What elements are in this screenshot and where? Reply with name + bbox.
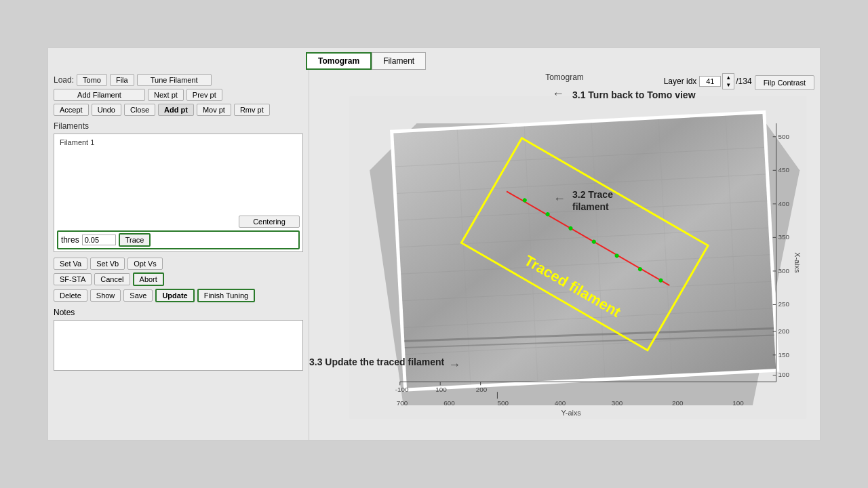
yaxis-label: Y-aixs <box>561 409 582 417</box>
layer-max: /134 <box>736 77 751 86</box>
layer-spinbox: ▲ ▼ <box>722 73 734 89</box>
set-va-button[interactable]: Set Va <box>54 258 87 270</box>
notes-label: Notes <box>54 308 303 317</box>
close-button[interactable]: Close <box>124 104 155 116</box>
show-button[interactable]: Show <box>90 289 121 302</box>
svg-text:100: 100 <box>732 399 744 407</box>
tab-filament[interactable]: Filament <box>372 52 426 70</box>
svg-text:500: 500 <box>497 399 509 407</box>
edit-row: Accept Undo Close Add pt Mov pt Rmv pt <box>54 104 303 116</box>
layer-label: Layer idx <box>664 77 697 86</box>
svg-text:350: 350 <box>778 233 790 241</box>
centering-button[interactable]: Centering <box>239 216 300 228</box>
svg-text:300: 300 <box>612 399 623 407</box>
svg-text:600: 600 <box>443 399 455 407</box>
centering-row: Centering <box>57 216 300 228</box>
rmv-pt-button[interactable]: Rmv pt <box>234 104 270 116</box>
annotation-update: 3.3 Update the traced filament → <box>309 357 444 367</box>
delete-button[interactable]: Delete <box>54 289 87 302</box>
svg-text:200: 200 <box>476 386 488 393</box>
thres-input[interactable] <box>82 235 116 245</box>
cancel-button[interactable]: Cancel <box>94 273 130 285</box>
add-filament-button[interactable]: Add Filament <box>54 89 145 101</box>
svg-text:200: 200 <box>778 327 790 335</box>
tomogram-area: Traced filament 500 450 400 <box>309 89 820 440</box>
load-label: Load: <box>54 75 74 85</box>
main-window: Tomogram Filament Load: Tomo Fila Tune F… <box>47 47 821 441</box>
accept-button[interactable]: Accept <box>54 104 89 116</box>
viz-svg: Traced filament 500 450 400 <box>309 88 820 440</box>
svg-text:300: 300 <box>778 267 790 274</box>
mov-pt-button[interactable]: Mov pt <box>197 104 231 116</box>
svg-text:100: 100 <box>778 371 790 378</box>
add-pt-button[interactable]: Add pt <box>158 104 194 116</box>
svg-rect-3 <box>393 114 776 388</box>
bottom-row: Delete Show Save Update Finish Tuning <box>54 289 303 302</box>
add-next-row: Add Filament Next pt Prev pt <box>54 89 303 101</box>
opt-vs-button[interactable]: Opt Vs <box>127 258 163 270</box>
vset-row: Set Va Set Vb Opt Vs <box>54 258 303 270</box>
abort-button[interactable]: Abort <box>133 272 164 286</box>
fila-button[interactable]: Fila <box>110 74 134 86</box>
filaments-box: Filament 1 Centering thres Trace <box>54 134 303 252</box>
svg-text:-100: -100 <box>395 386 409 393</box>
load-row: Load: Tomo Fila Tune Filament <box>54 74 303 86</box>
right-panel: Tomogram Layer idx ▲ ▼ /134 Filp Contras… <box>309 70 820 440</box>
sfsta-row: SF-STA Cancel Abort <box>54 272 303 286</box>
content-area: Load: Tomo Fila Tune Filament Add Filame… <box>48 70 820 440</box>
svg-text:400: 400 <box>778 200 790 207</box>
update-button[interactable]: Update <box>155 289 194 302</box>
layer-input[interactable] <box>699 76 721 87</box>
set-vb-button[interactable]: Set Vb <box>90 258 125 270</box>
annotation-trace: 3.2 Tracefilament ← <box>572 188 613 213</box>
layer-up-button[interactable]: ▲ <box>723 74 734 81</box>
tab-tomogram[interactable]: Tomogram <box>306 52 372 70</box>
thres-row: thres Trace <box>57 230 300 249</box>
prev-pt-button[interactable]: Prev pt <box>186 89 222 101</box>
annotation-tomo-view: 3.1 Turn back to Tomo view ← <box>572 89 696 101</box>
left-panel: Load: Tomo Fila Tune Filament Add Filame… <box>48 70 309 440</box>
svg-text:450: 450 <box>778 166 790 174</box>
save-button[interactable]: Save <box>123 289 153 302</box>
xaxis-label: X-aixs <box>793 252 802 273</box>
svg-text:100: 100 <box>435 386 447 393</box>
svg-text:150: 150 <box>778 351 790 359</box>
tomo-button[interactable]: Tomo <box>77 74 107 86</box>
list-item[interactable]: Filament 1 <box>57 137 300 148</box>
svg-text:250: 250 <box>778 300 790 308</box>
tune-filament-button[interactable]: Tune Filament <box>137 74 212 86</box>
svg-text:500: 500 <box>778 133 790 140</box>
svg-text:700: 700 <box>397 399 408 407</box>
finish-tuning-button[interactable]: Finish Tuning <box>197 289 255 302</box>
filaments-label: Filaments <box>54 121 303 131</box>
tab-bar: Tomogram Filament <box>48 48 820 70</box>
svg-text:400: 400 <box>555 399 566 407</box>
sf-sta-button[interactable]: SF-STA <box>54 273 92 285</box>
svg-text:200: 200 <box>672 399 684 407</box>
thres-label: thres <box>61 235 79 245</box>
undo-button[interactable]: Undo <box>92 104 121 116</box>
next-pt-button[interactable]: Next pt <box>148 89 184 101</box>
notes-textarea[interactable] <box>54 320 303 371</box>
trace-button[interactable]: Trace <box>119 233 151 247</box>
